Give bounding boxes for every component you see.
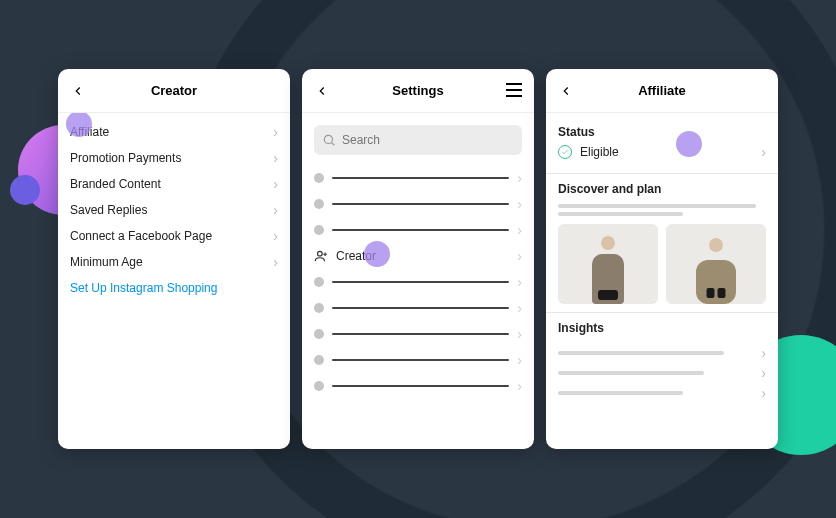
discover-card[interactable] (558, 224, 658, 304)
discover-cards (558, 224, 766, 304)
placeholder-label (332, 281, 509, 283)
settings-row-placeholder[interactable]: › (314, 165, 522, 191)
phone-stage: Creator Affiliate› Promotion Payments› B… (0, 0, 836, 518)
back-button[interactable] (312, 81, 332, 101)
affiliate-title: Affiliate (546, 83, 778, 98)
chevron-right-icon: › (273, 125, 278, 139)
placeholder-line (558, 212, 683, 216)
settings-row-placeholder[interactable]: › (314, 217, 522, 243)
chevron-right-icon: › (761, 386, 766, 400)
svg-point-2 (318, 251, 323, 256)
status-row[interactable]: Eligible › (558, 139, 766, 165)
settings-row-placeholder[interactable]: › (314, 321, 522, 347)
creator-header: Creator (58, 69, 290, 113)
back-button[interactable] (68, 81, 88, 101)
status-value: Eligible (580, 145, 761, 159)
search-input[interactable] (342, 133, 514, 147)
chevron-right-icon: › (517, 353, 522, 367)
settings-row-creator[interactable]: Creator › (314, 243, 522, 269)
placeholder-icon (314, 225, 324, 235)
link-label: Set Up Instagram Shopping (70, 281, 278, 295)
chevron-right-icon: › (761, 145, 766, 159)
creator-setup-shopping-link[interactable]: Set Up Instagram Shopping (70, 275, 278, 301)
placeholder-label (332, 333, 509, 335)
chevron-right-icon: › (273, 203, 278, 217)
placeholder-icon (314, 381, 324, 391)
settings-header: Settings (302, 69, 534, 113)
insights-row[interactable]: › (558, 363, 766, 383)
chevron-right-icon: › (273, 151, 278, 165)
settings-body: › › › Creator › › › › › › (302, 113, 534, 449)
placeholder-icon (314, 277, 324, 287)
item-label: Saved Replies (70, 203, 273, 217)
search-icon (322, 133, 336, 147)
discover-heading: Discover and plan (558, 182, 766, 196)
chevron-right-icon: › (761, 346, 766, 360)
creator-item-promotion-payments[interactable]: Promotion Payments› (70, 145, 278, 171)
back-button[interactable] (556, 81, 576, 101)
person-head-icon (601, 236, 615, 250)
user-plus-icon (314, 249, 328, 263)
svg-point-0 (324, 135, 332, 143)
placeholder-line (558, 351, 724, 355)
chevron-right-icon: › (517, 327, 522, 341)
settings-row-placeholder[interactable]: › (314, 269, 522, 295)
placeholder-label (332, 307, 509, 309)
search-input-wrapper[interactable] (314, 125, 522, 155)
placeholder-icon (314, 303, 324, 313)
placeholder-label (332, 359, 509, 361)
creator-row-label: Creator (336, 249, 376, 263)
status-heading: Status (558, 125, 766, 139)
chevron-right-icon: › (517, 275, 522, 289)
chevron-left-icon (71, 84, 85, 98)
divider (546, 312, 778, 313)
placeholder-icon (314, 173, 324, 183)
person-head-icon (709, 238, 723, 252)
creator-body: Affiliate› Promotion Payments› Branded C… (58, 113, 290, 449)
chevron-right-icon: › (761, 366, 766, 380)
chevron-right-icon: › (517, 171, 522, 185)
item-label: Branded Content (70, 177, 273, 191)
settings-row-placeholder[interactable]: › (314, 373, 522, 399)
item-label: Connect a Facebook Page (70, 229, 273, 243)
chevron-right-icon: › (517, 249, 522, 263)
discover-ghost-lines (558, 204, 766, 216)
affiliate-body: Status Eligible › Discover and plan (546, 113, 778, 449)
divider (546, 173, 778, 174)
placeholder-label (332, 229, 509, 231)
chevron-right-icon: › (273, 177, 278, 191)
placeholder-line (558, 204, 756, 208)
affiliate-header: Affiliate (546, 69, 778, 113)
svg-line-1 (332, 143, 335, 146)
affiliate-panel: Affiliate Status Eligible › Discover and… (546, 69, 778, 449)
creator-item-branded-content[interactable]: Branded Content› (70, 171, 278, 197)
creator-title: Creator (58, 83, 290, 98)
item-label: Affiliate (70, 125, 273, 139)
placeholder-label (332, 203, 509, 205)
placeholder-label (332, 385, 509, 387)
settings-row-placeholder[interactable]: › (314, 295, 522, 321)
chevron-right-icon: › (517, 223, 522, 237)
check-circle-icon (558, 145, 572, 159)
placeholder-icon (314, 199, 324, 209)
insights-row[interactable]: › (558, 383, 766, 403)
settings-row-placeholder[interactable]: › (314, 191, 522, 217)
creator-item-affiliate[interactable]: Affiliate› (70, 119, 278, 145)
placeholder-line (558, 391, 683, 395)
insights-heading: Insights (558, 321, 766, 335)
creator-item-saved-replies[interactable]: Saved Replies› (70, 197, 278, 223)
insights-row[interactable]: › (558, 343, 766, 363)
settings-title: Settings (302, 83, 534, 98)
settings-panel: Settings › › › Creator › › › › › › (302, 69, 534, 449)
placeholder-icon (314, 329, 324, 339)
discover-card[interactable] (666, 224, 766, 304)
person-legs-icon (598, 290, 618, 300)
boots-icon (707, 288, 726, 298)
creator-item-connect-facebook[interactable]: Connect a Facebook Page› (70, 223, 278, 249)
placeholder-label (332, 177, 509, 179)
creator-item-minimum-age[interactable]: Minimum Age› (70, 249, 278, 275)
menu-button[interactable] (506, 83, 522, 97)
chevron-right-icon: › (517, 301, 522, 315)
settings-row-placeholder[interactable]: › (314, 347, 522, 373)
chevron-right-icon: › (273, 229, 278, 243)
